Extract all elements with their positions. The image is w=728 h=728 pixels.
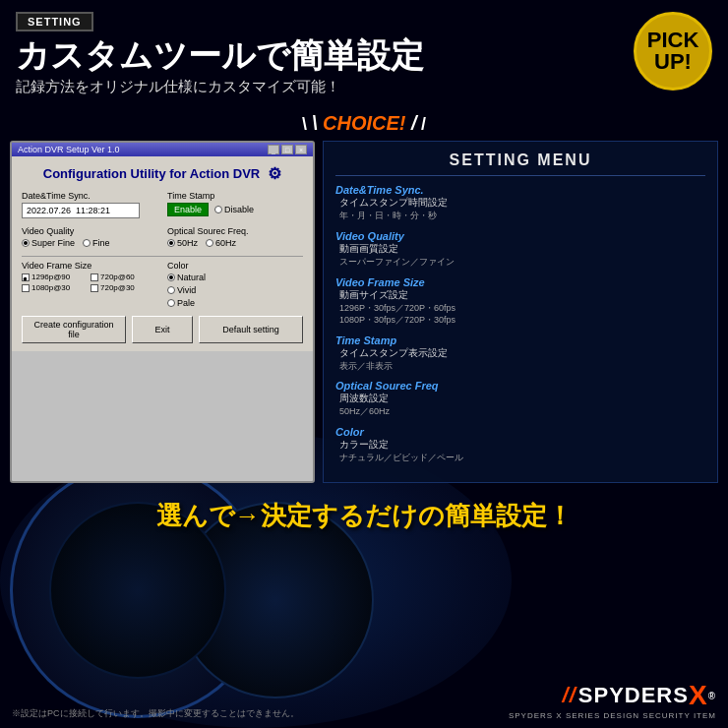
menu-item-2-en: Video Frame Size — [335, 276, 705, 288]
page-wrapper: SETTING カスタムツールで簡単設定 記録方法をオリジナル仕様にカスタマイズ… — [0, 0, 728, 728]
bottom-banner-text: 選んで→決定するだけの簡単設定！ — [10, 499, 718, 533]
menu-item-5-en: Color — [335, 426, 705, 438]
dvr-fine-radio[interactable] — [83, 239, 91, 247]
footer: ※設定はPCに接続して行います。撮影中に変更することはできません。 // SPY… — [0, 680, 728, 720]
dvr-color-label: Color — [167, 261, 303, 271]
dvr-60hz-option[interactable]: 60Hz — [206, 238, 236, 248]
menu-item-3-en: Time Stamp — [335, 334, 705, 346]
dvr-1080p30-label: 1080p@30 — [31, 283, 70, 292]
dvr-vivid-label: Vivid — [177, 285, 196, 295]
menu-item-5-detail: ナチュラル／ビビッド／ペール — [339, 452, 705, 464]
dvr-vivid-radio[interactable] — [167, 286, 175, 294]
content-area: Action DVR Setup Ver 1.0 _ □ × Configura… — [0, 141, 728, 482]
gear-icon: ⚙ — [268, 164, 281, 183]
menu-item-2-detail: 1296P・30fps／720P・60fps 1080P・30fps／720P・… — [339, 302, 705, 327]
dvr-1296p90-checkbox[interactable]: ● — [22, 273, 30, 281]
dvr-footer: Create configuration file Exit Default s… — [22, 316, 303, 343]
menu-item-4-ja: 周波数設定 — [339, 392, 705, 405]
main-title: カスタムツールで簡単設定 — [16, 37, 712, 74]
dvr-superfine-label: Super Fine — [31, 238, 75, 248]
dvr-framesize-col: Video Frame Size ● 1296p@90 720p@60 — [22, 261, 157, 308]
choice-section: \ CHOICE! / — [0, 112, 728, 135]
dvr-enable-button[interactable]: Enable — [167, 203, 209, 216]
spyders-logo: // SPYDERS X ® SPYDERS X SERIES DESIGN S… — [509, 680, 716, 720]
menu-item-0: Date&Time Sync. タイムスタンプ時間設定 年・月・日・時・分・秒 — [335, 184, 705, 222]
dvr-natural-label: Natural — [177, 273, 206, 282]
dvr-maximize-button[interactable]: □ — [281, 145, 293, 154]
dvr-1080p30-checkbox[interactable] — [22, 284, 30, 292]
sub-title: 記録方法をオリジナル仕様にカスタマイズ可能！ — [16, 78, 712, 96]
menu-item-5: Color カラー設定 ナチュラル／ビビッド／ペール — [335, 426, 705, 464]
spyders-brand: // SPYDERS X ® — [563, 680, 716, 711]
spyders-subtitle: SPYDERS X SERIES DESIGN SECURITY ITEM — [509, 711, 716, 720]
dvr-1080p30-option[interactable]: 1080p@30 — [22, 283, 89, 292]
menu-item-1-ja: 動画画質設定 — [339, 242, 705, 256]
dvr-header: Configuration Utility for Action DVR ⚙ — [22, 164, 303, 183]
dvr-50hz-radio[interactable] — [167, 239, 175, 247]
dvr-60hz-radio[interactable] — [206, 239, 213, 247]
dvr-close-button[interactable]: × — [295, 145, 307, 154]
menu-item-4-en: Optical Sourec Freq — [335, 380, 705, 392]
dvr-separator — [22, 256, 303, 257]
dvr-title: Action DVR Setup Ver 1.0 — [18, 145, 120, 154]
dvr-vivid-option[interactable]: Vivid — [167, 285, 303, 295]
menu-item-0-detail: 年・月・日・時・分・秒 — [339, 210, 705, 222]
menu-item-2: Video Frame Size 動画サイズ設定 1296P・30fps／720… — [335, 276, 705, 327]
dvr-timestamp-col: Time Stamp Enable Disable — [167, 191, 303, 218]
menu-item-1-en: Video Quality — [335, 230, 705, 242]
spyders-text: SPYDERS — [578, 683, 689, 708]
dvr-natural-radio[interactable] — [167, 273, 175, 281]
dvr-720p30-checkbox[interactable] — [91, 284, 98, 292]
dvr-720p30-label: 720p@30 — [100, 283, 135, 292]
dvr-720p60-option[interactable]: 720p@60 — [91, 273, 157, 281]
dvr-quality-row: Video Quality Super Fine Fine — [22, 226, 303, 248]
dvr-optical-options: 50Hz 60Hz — [167, 238, 303, 248]
dvr-pale-option[interactable]: Pale — [167, 298, 303, 308]
menu-item-3-detail: 表示／非表示 — [339, 360, 705, 373]
menu-item-1: Video Quality 動画画質設定 スーパーファイン／ファイン — [335, 230, 705, 269]
dvr-config-window: Action DVR Setup Ver 1.0 _ □ × Configura… — [10, 141, 315, 482]
dvr-datetime-input[interactable] — [22, 203, 140, 218]
pickup-text-line2: UP! — [654, 51, 692, 73]
dvr-quality-col: Video Quality Super Fine Fine — [22, 226, 157, 248]
dvr-exit-button[interactable]: Exit — [132, 316, 193, 343]
dvr-natural-option[interactable]: Natural — [167, 273, 303, 282]
dvr-720p60-checkbox[interactable] — [91, 273, 98, 281]
dvr-framesize-label: Video Frame Size — [22, 261, 157, 271]
dvr-pale-label: Pale — [177, 298, 195, 308]
dvr-create-button[interactable]: Create configuration file — [22, 316, 126, 343]
dvr-1296p90-option[interactable]: ● 1296p@90 — [22, 273, 89, 281]
dvr-body: Configuration Utility for Action DVR ⚙ D… — [12, 156, 313, 351]
dvr-default-button[interactable]: Default setting — [199, 316, 303, 343]
spyders-slash-icon: // — [563, 683, 578, 708]
dvr-titlebar: Action DVR Setup Ver 1.0 _ □ × — [12, 143, 313, 156]
dvr-superfine-radio[interactable] — [22, 239, 30, 247]
dvr-quality-options: Super Fine Fine — [22, 238, 157, 248]
dvr-pale-radio[interactable] — [167, 299, 175, 307]
dvr-720p60-label: 720p@60 — [100, 273, 135, 281]
dvr-disable-radio[interactable] — [214, 206, 222, 213]
pickup-badge: PICK UP! — [634, 12, 712, 91]
setting-menu-title: SETTING MENU — [335, 152, 705, 176]
dvr-fine-option[interactable]: Fine — [83, 238, 110, 248]
dvr-datetime-label: Date&Time Sync. — [22, 191, 157, 201]
setting-menu-panel: SETTING MENU Date&Time Sync. タイムスタンプ時間設定… — [323, 141, 718, 482]
dvr-optical-label: Optical Sourec Freq. — [167, 226, 303, 236]
pickup-text-line1: PICK — [647, 30, 699, 51]
dvr-50hz-label: 50Hz — [177, 238, 198, 248]
dvr-minimize-button[interactable]: _ — [268, 145, 279, 154]
dvr-disable-label: Disable — [224, 205, 254, 214]
dvr-datetime-col: Date&Time Sync. — [22, 191, 157, 218]
dvr-720p30-option[interactable]: 720p@30 — [91, 283, 157, 292]
dvr-superfine-option[interactable]: Super Fine — [22, 238, 75, 248]
footer-note: ※設定はPCに接続して行います。撮影中に変更することはできません。 — [12, 707, 299, 720]
dvr-50hz-option[interactable]: 50Hz — [167, 238, 198, 248]
dvr-60hz-label: 60Hz — [215, 238, 236, 248]
dvr-color-options: Natural Vivid Pale — [167, 273, 303, 308]
menu-item-2-ja: 動画サイズ設定 — [339, 288, 705, 302]
dvr-optical-col: Optical Sourec Freq. 50Hz 60Hz — [167, 226, 303, 248]
menu-item-3: Time Stamp タイムスタンプ表示設定 表示／非表示 — [335, 334, 705, 373]
spyders-registered: ® — [708, 691, 716, 701]
menu-item-4-detail: 50Hz／60Hz — [339, 405, 705, 418]
dvr-framesize-options: ● 1296p@90 720p@60 1080p@30 — [22, 273, 157, 292]
